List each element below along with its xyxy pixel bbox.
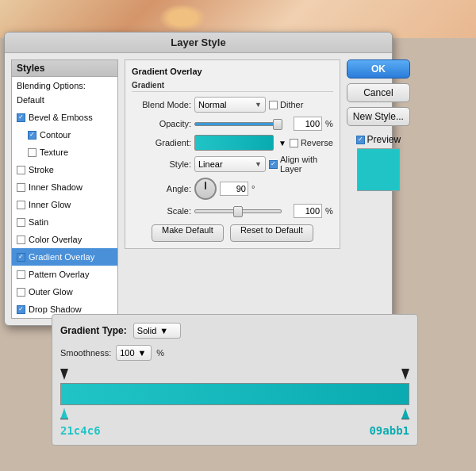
make-default-button[interactable]: Make Default (152, 224, 224, 242)
gradient-overlay-section: Gradient Overlay Gradient Blend Mode: No… (125, 59, 340, 249)
bevel-emboss-checkbox[interactable] (17, 113, 25, 122)
dither-checkbox[interactable] (269, 101, 278, 109)
blend-mode-arrow-icon: ▼ (255, 101, 262, 109)
outer-glow-label: Outer Glow (29, 285, 73, 299)
gradient-bar-container (60, 369, 409, 419)
satin-checkbox[interactable] (17, 218, 25, 227)
inner-glow-checkbox[interactable] (17, 201, 25, 209)
default-buttons-row: Make Default Reset to Default (132, 224, 333, 242)
dither-checkbox-row: Dither (269, 100, 303, 109)
sidebar-item-satin[interactable]: Satin (12, 213, 117, 231)
inner-shadow-checkbox[interactable] (17, 183, 25, 192)
pattern-overlay-label: Pattern Overlay (29, 267, 89, 281)
reset-to-default-button[interactable]: Reset to Default (230, 224, 313, 242)
sidebar-item-inner-glow[interactable]: Inner Glow (12, 196, 117, 213)
angle-row: Angle: 90 ° (132, 178, 333, 200)
gradient-row: Gradient: ▼ Reverse (132, 135, 333, 151)
color-overlay-label: Color Overlay (29, 232, 82, 247)
sidebar-item-pattern-overlay[interactable]: Pattern Overlay (12, 266, 117, 283)
gradient-bar-main[interactable] (60, 383, 409, 405)
reverse-checkbox[interactable] (290, 139, 298, 147)
reverse-label: Reverse (301, 138, 333, 147)
sidebar-item-bevel-emboss[interactable]: Bevel & Emboss (12, 109, 117, 126)
angle-value[interactable]: 90 (220, 182, 248, 196)
contour-checkbox[interactable] (28, 131, 36, 140)
smoothness-select[interactable]: 100 ▼ (116, 345, 152, 361)
gradient-type-select[interactable]: Solid ▼ (133, 323, 181, 339)
reverse-checkbox-row: Reverse (290, 138, 333, 147)
gradient-overlay-checkbox[interactable] (17, 253, 25, 262)
smoothness-row: Smoothness: 100 ▼ % (60, 345, 409, 361)
ok-button[interactable]: OK (347, 59, 410, 78)
sidebar-item-outer-glow[interactable]: Outer Glow (12, 283, 117, 301)
pattern-overlay-checkbox[interactable] (17, 270, 25, 279)
dither-label: Dither (280, 100, 303, 109)
drop-shadow-checkbox[interactable] (17, 305, 25, 314)
color-stops-row (60, 408, 409, 419)
scale-value[interactable]: 100 (294, 204, 322, 218)
sidebar-item-contour[interactable]: Contour (12, 126, 117, 144)
preview-box (357, 148, 400, 191)
angle-dial[interactable] (194, 178, 217, 200)
smoothness-label: Smoothness: (60, 348, 111, 358)
sidebar-item-gradient-overlay[interactable]: Gradient Overlay (12, 248, 117, 266)
opacity-percent: % (325, 119, 333, 128)
gradient-dropdown-arrow[interactable]: ▼ (278, 139, 286, 147)
sidebar-item-inner-shadow[interactable]: Inner Shadow (12, 178, 117, 196)
align-layer-label: Align with Layer (280, 155, 333, 174)
bevel-emboss-label: Bevel & Emboss (29, 110, 93, 124)
opacity-slider-track[interactable] (194, 122, 282, 126)
new-style-button[interactable]: New Style... (347, 107, 410, 126)
sidebar-item-texture[interactable]: Texture (12, 144, 117, 161)
main-settings-panel: Gradient Overlay Gradient Blend Mode: No… (125, 59, 340, 319)
cancel-button[interactable]: Cancel (347, 83, 410, 102)
blend-mode-label: Blend Mode: (132, 100, 191, 109)
scale-slider-thumb[interactable] (233, 206, 243, 217)
color-overlay-checkbox[interactable] (17, 236, 25, 244)
contour-label: Contour (40, 128, 71, 142)
opacity-slider-thumb[interactable] (273, 119, 282, 130)
color-stop-left-label: 21c4c6 (60, 424, 101, 437)
blending-options-label: Blending Options: Default (17, 78, 113, 107)
smoothness-value: 100 (120, 348, 134, 358)
sidebar-item-color-overlay[interactable]: Color Overlay (12, 231, 117, 248)
gradient-type-label: Gradient Type: (60, 325, 127, 336)
align-layer-checkbox[interactable] (269, 160, 278, 169)
satin-label: Satin (29, 215, 48, 229)
dialog-titlebar: Layer Style (5, 33, 392, 53)
color-stop-right[interactable] (401, 408, 409, 419)
color-stop-left[interactable] (60, 408, 68, 419)
outer-glow-checkbox[interactable] (17, 288, 25, 297)
gradient-editor-header: Gradient Type: Solid ▼ (60, 323, 409, 339)
dialog-title: Layer Style (171, 36, 225, 48)
sidebar-item-blending-options[interactable]: Blending Options: Default (12, 77, 117, 109)
right-buttons-panel: OK Cancel New Style... Preview (347, 59, 410, 319)
preview-label: Preview (356, 134, 401, 145)
texture-label: Texture (40, 145, 68, 159)
opacity-stop-right[interactable] (401, 369, 409, 380)
color-labels-row: 21c4c6 09abb1 (60, 424, 409, 437)
angle-label: Angle: (132, 184, 191, 193)
sidebar-item-stroke[interactable]: Stroke (12, 161, 117, 178)
style-select[interactable]: Linear ▼ (194, 156, 266, 172)
layer-style-dialog: Layer Style Styles Blending Options: Def… (4, 32, 393, 326)
gradient-picker[interactable] (194, 135, 274, 151)
opacity-value[interactable]: 100 (294, 117, 322, 131)
gradient-editor-panel: Gradient Type: Solid ▼ Smoothness: 100 ▼… (52, 314, 418, 446)
section-title: Gradient Overlay (132, 67, 333, 76)
smoothness-percent: % (156, 348, 164, 358)
texture-checkbox[interactable] (28, 148, 36, 157)
preview-section: Preview (347, 134, 410, 191)
scale-row: Scale: 100 % (132, 204, 333, 218)
preview-checkbox[interactable] (356, 136, 365, 144)
gradient-type-value: Solid (137, 326, 156, 335)
smoothness-arrow-icon: ▼ (138, 348, 147, 358)
scale-slider-track[interactable] (194, 209, 282, 213)
opacity-stop-left[interactable] (60, 369, 68, 380)
scale-label: Scale: (132, 206, 191, 216)
styles-panel: Styles Blending Options: Default Bevel &… (11, 59, 118, 319)
blend-mode-select[interactable]: Normal ▼ (194, 97, 266, 113)
color-stop-right-label: 09abb1 (369, 424, 409, 437)
style-value: Linear (198, 159, 223, 169)
stroke-checkbox[interactable] (17, 166, 25, 174)
